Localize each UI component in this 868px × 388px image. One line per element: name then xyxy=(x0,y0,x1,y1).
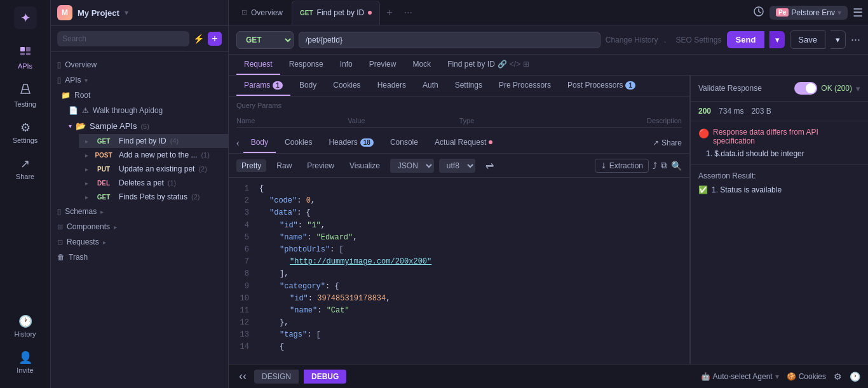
settings-icon: ⚙ xyxy=(20,121,31,135)
add-button[interactable]: + xyxy=(208,32,222,46)
route-add-pet[interactable]: ▸ POST Add a new pet to the ... (1) xyxy=(79,148,228,162)
resp-tab-cookies[interactable]: Cookies xyxy=(277,133,320,153)
tab-find-pet[interactable]: GET Find pet by ID xyxy=(292,1,380,25)
tab-cookies[interactable]: Cookies xyxy=(325,76,368,96)
send-button[interactable]: Send xyxy=(727,31,765,48)
sidebar-item-requests[interactable]: ⊡ Requests ▸ xyxy=(51,234,228,250)
tab-settings-param[interactable]: Settings xyxy=(447,76,490,96)
walkthrough-item[interactable]: 📄 ⚠ Walk through Apidog xyxy=(69,103,228,118)
toolbar-right: ⤓ Extraction ⤴ ⧉ 🔍 xyxy=(595,159,682,173)
filter-button[interactable]: ⚡ xyxy=(193,34,204,44)
nav-left-button[interactable]: ‹‹ xyxy=(236,368,249,384)
route-finds-pets[interactable]: ▸ GET Finds Pets by status (2) xyxy=(79,190,228,204)
tab-find-pet-link[interactable]: Find pet by ID 🔗 </> ⊞ xyxy=(440,55,537,75)
resp-tab-body[interactable]: Body xyxy=(243,133,276,153)
hamburger-button[interactable]: ☰ xyxy=(853,6,863,20)
copy-btn[interactable]: ⧉ xyxy=(661,160,667,171)
tab-body[interactable]: Body xyxy=(292,76,324,96)
validate-label: Validate Response xyxy=(698,84,762,93)
tab-overview[interactable]: ⊡ Overview xyxy=(234,1,290,25)
resp-tab-console[interactable]: Console xyxy=(383,133,426,153)
sync-button[interactable] xyxy=(753,6,764,19)
nav-panel: M My Project ▾ ⚡ + [] Overview [] APIs ▾… xyxy=(51,0,229,388)
code-icon: </> xyxy=(510,60,520,69)
resp-tab-headers[interactable]: Headers 18 xyxy=(321,133,381,153)
design-tab-button[interactable]: DESIGN xyxy=(254,370,299,384)
preview-btn[interactable]: Preview xyxy=(302,159,339,172)
main-content: ⊡ Overview GET Find pet by ID + ··· Pe P… xyxy=(229,0,868,388)
method-select[interactable]: GET POST PUT DELETE xyxy=(236,31,294,49)
collapse-button[interactable]: ‹ xyxy=(236,138,240,148)
sidebar-item-apis-tree[interactable]: [] APIs ▾ xyxy=(51,72,228,88)
resp-console-label: Console xyxy=(390,138,418,147)
tab-response[interactable]: Response xyxy=(281,55,331,75)
route-update-pet[interactable]: ▸ PUT Update an existing pet (2) xyxy=(79,162,228,176)
sidebar-item-overview[interactable]: [] Overview xyxy=(51,57,228,72)
validate-header: Validate Response OK (200) ▾ xyxy=(691,76,868,102)
send-dropdown-button[interactable]: ▾ xyxy=(770,31,785,48)
validate-chevron-icon[interactable]: ▾ xyxy=(856,84,860,93)
sidebar-label-testing: Testing xyxy=(14,100,36,108)
copy-raw-btn[interactable]: ⤴ xyxy=(653,161,657,171)
tab-auth[interactable]: Auth xyxy=(415,76,446,96)
wrap-btn[interactable]: ⇌ xyxy=(480,157,499,173)
resp-tab-actual-request[interactable]: Actual Request xyxy=(427,133,500,153)
sidebar-item-invite[interactable]: 👤 Invite xyxy=(4,345,47,379)
visualize-btn[interactable]: Visualize xyxy=(344,159,385,172)
walkthrough-label: Walk through Apidog xyxy=(93,106,163,115)
sidebar-item-history[interactable]: 🕐 History xyxy=(4,309,47,343)
url-bar: GET POST PUT DELETE Change History 、 SEO… xyxy=(229,25,868,55)
sidebar-item-settings[interactable]: ⚙ Settings xyxy=(4,116,47,149)
bottom-settings-icon[interactable]: ⚙ xyxy=(834,371,842,382)
tab-request[interactable]: Request xyxy=(236,55,280,75)
resp-cookies-label: Cookies xyxy=(285,138,312,147)
share-button[interactable]: ↗ Share xyxy=(653,138,682,147)
json-format-select[interactable]: JSON XML HTML xyxy=(390,159,434,173)
tab-post-processors[interactable]: Post Processors 1 xyxy=(560,76,643,96)
tab-params[interactable]: Params 1 xyxy=(236,76,290,96)
route-name-update-pet: Update an existing pet xyxy=(119,164,194,173)
url-input[interactable] xyxy=(299,32,600,48)
sidebar-item-components[interactable]: ⊞ Components ▸ xyxy=(51,219,228,234)
add-tab-button[interactable]: + xyxy=(381,4,397,21)
debug-tab-button[interactable]: DEBUG xyxy=(304,370,346,384)
chevron-right-icon-5: ▸ xyxy=(85,194,88,201)
sidebar-item-schemas[interactable]: [] Schemas ▸ xyxy=(51,204,228,219)
sidebar-item-apis[interactable]: APIs xyxy=(4,39,47,75)
root-folder[interactable]: 📁 Root xyxy=(51,88,228,103)
cookies-item[interactable]: 🍪 Cookies xyxy=(787,372,826,381)
sample-apis-folder[interactable]: ▾ 📂 Sample APIs (5) xyxy=(69,118,228,134)
validate-toggle[interactable] xyxy=(794,82,817,95)
save-button[interactable]: Save xyxy=(790,30,825,49)
raw-btn[interactable]: Raw xyxy=(271,159,297,172)
encoding-select[interactable]: utf8 xyxy=(439,159,475,173)
search-input[interactable] xyxy=(57,31,189,46)
sidebar-item-testing[interactable]: Testing xyxy=(4,77,47,113)
tab-preview[interactable]: Preview xyxy=(362,55,404,75)
assertion-section: Assertion Result: ✅ 1. Status is availab… xyxy=(691,165,868,201)
search-btn[interactable]: 🔍 xyxy=(671,161,682,171)
breadcrumb-change-history[interactable]: Change History xyxy=(606,36,658,44)
save-dropdown-button[interactable]: ▾ xyxy=(831,30,846,49)
tab-pre-processors[interactable]: Pre Processors xyxy=(491,76,559,96)
env-selector[interactable]: Pe Petstore Env ▾ xyxy=(770,6,848,20)
sidebar-item-share[interactable]: ↗ Share xyxy=(4,152,47,185)
bottom-clock-icon[interactable]: 🕐 xyxy=(850,371,860,382)
tab-info[interactable]: Info xyxy=(332,55,360,75)
tab-headers[interactable]: Headers xyxy=(370,76,414,96)
code-line: 14{ xyxy=(236,341,682,353)
pretty-btn[interactable]: Pretty xyxy=(236,159,266,172)
env-chevron-icon: ▾ xyxy=(837,8,841,17)
sidebar-item-trash[interactable]: 🗑 Trash xyxy=(51,250,228,265)
extraction-btn[interactable]: ⤓ Extraction xyxy=(595,159,649,173)
route-delete-pet[interactable]: ▸ DEL Deletes a pet (1) xyxy=(79,176,228,190)
tab-mock[interactable]: Mock xyxy=(405,55,438,75)
more-options-button[interactable]: ··· xyxy=(851,33,860,46)
auto-select-agent[interactable]: 🤖 Auto-select Agent ▾ xyxy=(701,372,779,381)
app-logo[interactable]: ✦ xyxy=(14,6,37,29)
more-tabs-button[interactable]: ··· xyxy=(399,4,417,21)
headers-count-badge: 18 xyxy=(360,138,374,147)
project-dropdown-icon[interactable]: ▾ xyxy=(125,8,128,17)
route-find-pet[interactable]: ▸ GET Find pet by ID (4) xyxy=(79,134,228,148)
breadcrumb-seo-settings[interactable]: SEO Settings xyxy=(676,36,722,44)
